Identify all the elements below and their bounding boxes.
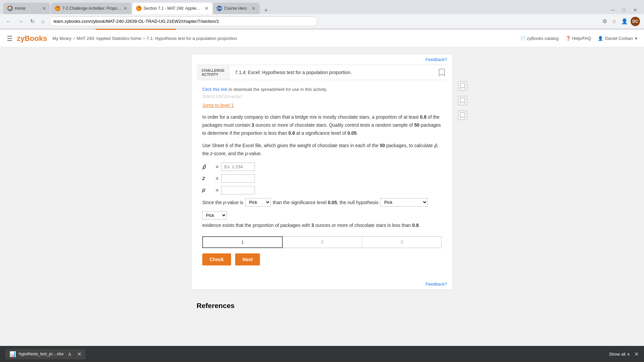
null-hypothesis-select[interactable]: Pick should be rejected cannot be reject… <box>380 198 428 206</box>
help-link[interactable]: ❓ Help/FAQ <box>566 36 591 41</box>
indicator-1[interactable] <box>458 81 467 90</box>
star-icon[interactable]: ☆ <box>612 18 619 25</box>
activity-description: Click this link to download the spreadsh… <box>202 87 442 92</box>
p-symbol: p <box>202 187 212 193</box>
step-1-label: 1 <box>241 240 244 245</box>
references-title: References <box>197 302 453 310</box>
user-name: Daniel Corban <box>605 36 633 41</box>
window-controls: ─ □ ✕ <box>604 6 644 14</box>
tab-zy1-title: 7-2 Challenge Activities: Proport... <box>62 6 121 11</box>
progress-step-3[interactable]: 3 <box>362 237 441 248</box>
download-bar: 📊 hypothesis_test_pr....xlsx ∧ ✕ Show al… <box>0 346 644 362</box>
phat-row: p̂ = <box>202 163 442 171</box>
extensions-icon[interactable]: ⚙ <box>602 18 609 25</box>
feedback-bottom-link[interactable]: Feedback? <box>426 282 447 287</box>
problem-statement-2: Use Sheet 6 of the Excel file, which giv… <box>202 142 442 158</box>
tab-ch-close[interactable]: ✕ <box>252 6 256 11</box>
progress-step-2[interactable]: 2 <box>282 237 362 248</box>
reload-button[interactable]: ↻ <box>28 17 37 26</box>
references-section: References <box>191 296 453 320</box>
show-all-chevron-icon: ∧ <box>627 352 630 357</box>
activity-container: Feedback? CHALLENGEACTIVITY 7.1.4: Excel… <box>191 54 453 290</box>
home-nav-button[interactable]: ⌂ <box>39 17 47 26</box>
maximize-button[interactable]: □ <box>620 6 628 14</box>
tab-bar: 🏠 Home ✕ 🍊 7-2 Challenge Activities: Pro… <box>0 0 644 14</box>
phat-equals: = <box>216 164 219 170</box>
download-bar-close-icon[interactable]: ✕ <box>634 351 639 357</box>
breadcrumb-course[interactable]: MAT 240: Applied Statistics home <box>76 36 141 41</box>
profile-icon[interactable]: 👤 <box>621 18 628 25</box>
zy2-favicon: 🍊 <box>136 6 142 11</box>
tab-ch-title: Course Hero <box>224 6 250 11</box>
check-button[interactable]: Check <box>202 253 231 265</box>
download-link[interactable]: Click this link <box>202 87 227 92</box>
feedback-top-link[interactable]: Feedback? <box>426 57 447 62</box>
breadcrumb: My library > MAT 240: Applied Statistics… <box>52 36 237 41</box>
download-remove-icon[interactable]: ✕ <box>77 351 82 357</box>
download-close-icon[interactable]: ∧ <box>68 351 72 357</box>
tab-zy2-title: Section 7.1 - MAT 240: Applied S... <box>144 6 203 11</box>
challenge-header: CHALLENGEACTIVITY 7.1.4: Excel: Hypothes… <box>197 65 447 80</box>
challenge-label-text: CHALLENGEACTIVITY <box>202 68 224 76</box>
catalog-label: zyBooks catalog <box>527 36 559 41</box>
catalog-link[interactable]: 📄 zyBooks catalog <box>520 36 559 41</box>
bold-3: 3 <box>252 122 254 128</box>
evidence-select[interactable]: Pick Strong No <box>202 211 227 220</box>
zybooks-logo[interactable]: zyBooks <box>17 34 47 43</box>
tab-zy2[interactable]: 🍊 Section 7.1 - MAT 240: Applied S... ✕ <box>132 3 213 14</box>
show-all-button[interactable]: Show all ∧ <box>609 352 630 357</box>
tab-home[interactable]: 🏠 Home ✕ <box>3 3 50 14</box>
bold-50: 50 <box>414 122 420 128</box>
show-all-label: Show all <box>609 352 626 357</box>
user-icon: 👤 <box>598 36 603 41</box>
action-buttons: Check Next <box>202 253 442 265</box>
download-link-rest: to download the spreadsheet for use in t… <box>227 87 327 92</box>
tab-ch[interactable]: CH Course Hero ✕ <box>213 3 260 14</box>
p-input[interactable] <box>221 186 255 194</box>
bold-0.05: 0.05 <box>347 130 357 136</box>
breadcrumb-sep-2: > <box>143 36 146 41</box>
tab-home-close[interactable]: ✕ <box>42 6 46 11</box>
download-filename: hypothesis_test_pr....xlsx <box>19 352 64 356</box>
jump-to-level-link[interactable]: Jump to level 1 <box>202 103 234 108</box>
since-row: Since the p-value is Pick greater less t… <box>202 198 442 207</box>
problem-text-3: ounces or more of chocolate stars. Quali… <box>254 122 414 128</box>
content-wrapper: Feedback? CHALLENGEACTIVITY 7.1.4: Excel… <box>191 47 453 349</box>
since-text-3: than the significance level 0.05, the nu… <box>273 198 378 207</box>
z-symbol: z <box>202 175 212 181</box>
nav-right: 📄 zyBooks catalog ❓ Help/FAQ 👤 Daniel Co… <box>520 36 637 41</box>
breadcrumb-my-library[interactable]: My library <box>52 36 71 41</box>
z-input[interactable] <box>221 174 255 183</box>
address-input[interactable] <box>49 16 318 26</box>
tab-zy2-close[interactable]: ✕ <box>205 6 209 11</box>
new-tab-button[interactable]: + <box>262 7 271 14</box>
back-button[interactable]: ← <box>4 17 13 26</box>
progress-step-1[interactable]: 1 <box>202 236 283 248</box>
tab-home-title: Home <box>15 6 40 11</box>
phat-symbol: p̂ <box>202 164 212 170</box>
breadcrumb-section: 7.1: Hypothesis test for a population pr… <box>147 36 237 41</box>
user-nav[interactable]: 👤 Daniel Corban ▾ <box>598 36 637 41</box>
browser-chrome: 🏠 Home ✕ 🍊 7-2 Challenge Activities: Pro… <box>0 0 644 30</box>
next-button[interactable]: Next <box>235 253 260 265</box>
indicator-2[interactable] <box>458 96 467 105</box>
user-chevron-icon: ▾ <box>635 36 637 41</box>
tab-zy1[interactable]: 🍊 7-2 Challenge Activities: Proport... ✕ <box>51 3 131 14</box>
hamburger-icon[interactable]: ☰ <box>7 35 13 43</box>
minimize-button[interactable]: ─ <box>608 6 617 14</box>
tab-zy1-close[interactable]: ✕ <box>123 6 127 11</box>
indicator-3[interactable] <box>458 111 467 120</box>
pvalue-comparison-select[interactable]: Pick greater less <box>245 198 271 206</box>
forward-button[interactable]: → <box>16 17 25 26</box>
close-window-button[interactable]: ✕ <box>631 6 640 14</box>
top-nav: ☰ zyBooks My library > MAT 240: Applied … <box>0 30 644 47</box>
phat-input[interactable] <box>221 163 255 171</box>
user-avatar[interactable]: DC <box>631 17 640 26</box>
problem-text-1: In order for a candy company to claim th… <box>202 114 420 120</box>
bookmark-icon[interactable] <box>436 65 447 80</box>
excel-icon: 📊 <box>9 351 16 357</box>
right-indicators <box>458 81 467 120</box>
problem-text-5: at a significance level of <box>295 130 347 136</box>
activity-body: Click this link to download the spreadsh… <box>192 80 452 279</box>
address-right: ⚙ ☆ 👤 DC <box>602 17 640 26</box>
